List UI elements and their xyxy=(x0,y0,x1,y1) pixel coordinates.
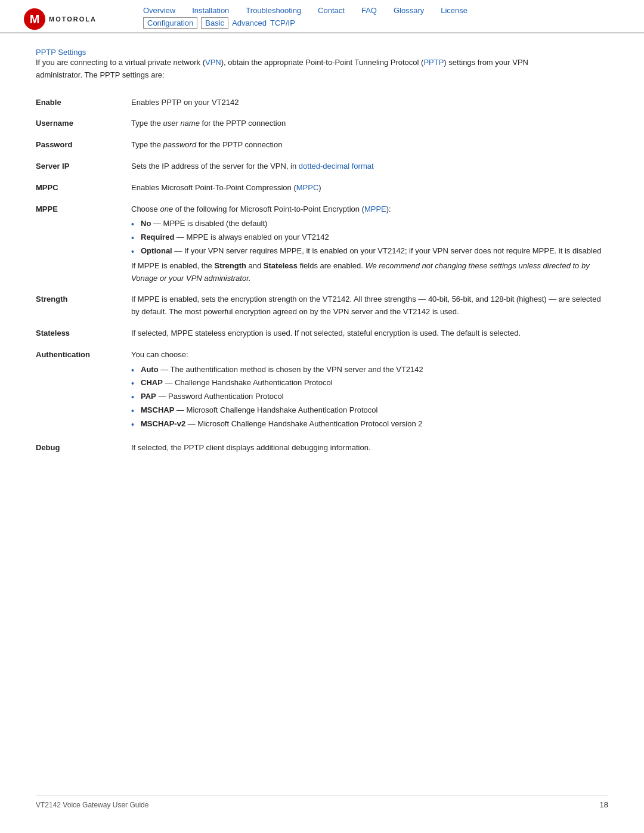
desc-authentication: You can choose: Auto — The authentificat… xyxy=(131,346,608,439)
dotted-decimal-link[interactable]: dotted-decimal format xyxy=(299,162,374,171)
label-strength: Strength xyxy=(36,290,131,324)
label-server-ip: Server IP xyxy=(36,157,131,179)
desc-enable: Enables PPTP on your VT2142 xyxy=(131,94,608,115)
page-title[interactable]: PPTP Settings xyxy=(36,48,86,57)
desc-stateless: If selected, MPPE stateless encryption i… xyxy=(131,324,608,346)
nav-area: Overview Installation Troubleshooting Co… xyxy=(119,6,620,32)
list-item: MSCHAP — Microsoft Challenge Handshake A… xyxy=(131,404,602,417)
label-authentication: Authentication xyxy=(36,346,131,439)
header: M MOTOROLA Overview Installation Trouble… xyxy=(0,0,644,33)
desc-debug: If selected, the PPTP client displays ad… xyxy=(131,439,608,460)
brand-name: MOTOROLA xyxy=(49,16,97,23)
nav-top: Overview Installation Troubleshooting Co… xyxy=(143,6,620,17)
label-mppc: MPPC xyxy=(36,179,131,200)
motorola-icon: M xyxy=(24,8,45,30)
label-username: Username xyxy=(36,114,131,136)
list-item: Required — MPPE is always enabled on you… xyxy=(131,231,602,244)
footer-page: 18 xyxy=(600,800,608,809)
table-row: Password Type the password for the PPTP … xyxy=(36,136,608,157)
label-mppe: MPPE xyxy=(36,200,131,291)
desc-strength: If MPPE is enabled, sets the encryption … xyxy=(131,290,608,324)
desc-password: Type the password for the PPTP connectio… xyxy=(131,136,608,157)
mppe-link[interactable]: MPPE xyxy=(364,205,386,213)
subnav-configuration[interactable]: Configuration xyxy=(143,17,197,29)
mppc-link[interactable]: MPPC xyxy=(296,183,319,192)
nav-overview[interactable]: Overview xyxy=(143,6,175,15)
logo-area: M MOTOROLA xyxy=(24,8,119,30)
table-row: Debug If selected, the PPTP client displ… xyxy=(36,439,608,460)
subnav-basic[interactable]: Basic xyxy=(201,17,228,29)
desc-username: Type the user name for the PPTP connecti… xyxy=(131,114,608,136)
nav-bottom: Configuration Basic Advanced TCP/IP xyxy=(143,17,620,32)
label-debug: Debug xyxy=(36,439,131,460)
list-item: No — MPPE is disabled (the default) xyxy=(131,218,602,230)
subnav-advanced[interactable]: Advanced xyxy=(232,18,267,27)
pptp-link[interactable]: PPTP xyxy=(423,58,444,67)
table-row: Enable Enables PPTP on your VT2142 xyxy=(36,94,608,115)
footer-text: VT2142 Voice Gateway User Guide xyxy=(36,801,148,809)
intro-paragraph: If you are connecting to a virtual priva… xyxy=(36,57,572,82)
auth-bullet-list: Auto — The authentification method is ch… xyxy=(131,364,602,431)
nav-license[interactable]: License xyxy=(441,6,467,15)
desc-mppc: Enables Microsoft Point-To-Point Compres… xyxy=(131,179,608,200)
nav-faq[interactable]: FAQ xyxy=(361,6,377,15)
nav-glossary[interactable]: Glossary xyxy=(394,6,424,15)
table-row: MPPC Enables Microsoft Point-To-Point Co… xyxy=(36,179,608,200)
footer: VT2142 Voice Gateway User Guide 18 xyxy=(36,795,608,809)
table-row: MPPE Choose one of the following for Mic… xyxy=(36,200,608,291)
mppe-bullet-list: No — MPPE is disabled (the default) Requ… xyxy=(131,218,602,257)
vpn-link[interactable]: VPN xyxy=(205,58,221,67)
desc-mppe: Choose one of the following for Microsof… xyxy=(131,200,608,291)
label-password: Password xyxy=(36,136,131,157)
label-stateless: Stateless xyxy=(36,324,131,346)
list-item: MSCHAP-v2 — Microsoft Challenge Handshak… xyxy=(131,418,602,431)
table-row: Authentication You can choose: Auto — Th… xyxy=(36,346,608,439)
motorola-logo: M MOTOROLA xyxy=(24,8,97,30)
nav-contact[interactable]: Contact xyxy=(318,6,345,15)
label-enable: Enable xyxy=(36,94,131,115)
list-item: Optional — If your VPN server requires M… xyxy=(131,245,602,258)
content: PPTP Settings If you are connecting to a… xyxy=(0,33,644,496)
table-row: Stateless If selected, MPPE stateless en… xyxy=(36,324,608,346)
desc-server-ip: Sets the IP address of the server for th… xyxy=(131,157,608,179)
list-item: Auto — The authentification method is ch… xyxy=(131,364,602,376)
table-row: Username Type the user name for the PPTP… xyxy=(36,114,608,136)
settings-table: Enable Enables PPTP on your VT2142 Usern… xyxy=(36,94,608,460)
list-item: CHAP — Challenge Handshake Authenticatio… xyxy=(131,377,602,389)
table-row: Strength If MPPE is enabled, sets the en… xyxy=(36,290,608,324)
subnav-tcpip[interactable]: TCP/IP xyxy=(270,18,295,27)
nav-installation[interactable]: Installation xyxy=(192,6,229,15)
list-item: PAP — Password Authentication Protocol xyxy=(131,391,602,403)
nav-troubleshooting[interactable]: Troubleshooting xyxy=(246,6,301,15)
table-row: Server IP Sets the IP address of the ser… xyxy=(36,157,608,179)
